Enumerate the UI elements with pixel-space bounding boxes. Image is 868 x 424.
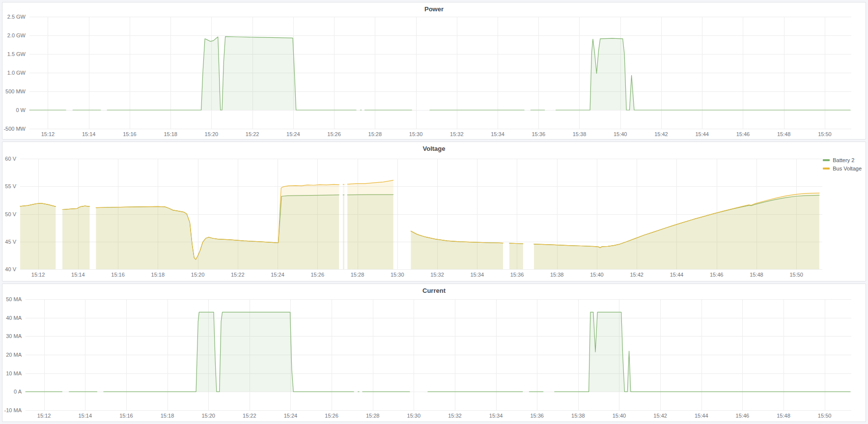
svg-text:15:36: 15:36 [532,131,545,137]
svg-text:15:18: 15:18 [161,413,174,419]
svg-text:15:36: 15:36 [530,413,544,419]
svg-text:45 V: 45 V [5,239,16,245]
svg-text:15:48: 15:48 [750,272,763,278]
svg-text:15:24: 15:24 [271,272,284,278]
svg-text:10 MA: 10 MA [6,370,22,376]
svg-text:40 V: 40 V [5,266,16,272]
svg-text:50 MA: 50 MA [6,296,22,302]
svg-text:2.0 GW: 2.0 GW [7,32,26,38]
svg-text:15:20: 15:20 [191,272,205,278]
voltage-legend: Battery 2 Bus Voltage [823,157,862,172]
svg-text:40 MA: 40 MA [6,315,22,321]
voltage-chart[interactable]: 60 V55 V50 V45 V40 V15:1215:1415:1615:18… [2,142,866,281]
svg-text:15:40: 15:40 [614,131,627,137]
svg-text:15:32: 15:32 [448,413,462,419]
svg-text:15:18: 15:18 [164,131,177,137]
svg-text:15:38: 15:38 [571,413,585,419]
svg-text:15:22: 15:22 [246,131,259,137]
svg-text:15:16: 15:16 [111,272,125,278]
svg-text:15:50: 15:50 [818,131,832,137]
svg-text:15:18: 15:18 [151,272,165,278]
svg-text:55 V: 55 V [5,183,16,189]
svg-text:15:32: 15:32 [450,131,464,137]
svg-text:15:22: 15:22 [231,272,245,278]
svg-text:15:24: 15:24 [284,413,298,419]
svg-text:15:12: 15:12 [37,413,51,419]
svg-text:15:26: 15:26 [325,413,338,419]
panel-current: Current 50 MA40 MA30 MA20 MA10 MA0 A-10 … [2,283,866,422]
svg-text:15:22: 15:22 [243,413,256,419]
svg-text:15:16: 15:16 [119,413,133,419]
svg-text:15:44: 15:44 [670,272,684,278]
svg-text:15:12: 15:12 [31,272,45,278]
panel-voltage-title[interactable]: Voltage [2,145,866,152]
svg-text:15:30: 15:30 [409,131,423,137]
svg-text:15:34: 15:34 [491,131,504,137]
panel-current-title[interactable]: Current [2,287,866,294]
svg-text:0 A: 0 A [14,389,22,395]
svg-text:15:44: 15:44 [695,131,709,137]
svg-text:30 MA: 30 MA [6,333,22,339]
panel-power-title[interactable]: Power [2,5,866,13]
panel-voltage: Voltage 60 V55 V50 V45 V40 V15:1215:1415… [2,141,866,282]
svg-text:15:32: 15:32 [430,272,444,278]
svg-text:15:42: 15:42 [653,413,667,419]
svg-text:15:28: 15:28 [368,131,382,137]
svg-text:15:48: 15:48 [777,131,791,137]
legend-item-bus-voltage[interactable]: Bus Voltage [823,165,862,172]
svg-text:-10 MA: -10 MA [4,407,22,413]
svg-text:15:40: 15:40 [590,272,604,278]
svg-text:15:26: 15:26 [311,272,325,278]
svg-text:15:40: 15:40 [613,413,626,419]
svg-text:15:50: 15:50 [818,413,832,419]
svg-text:1.5 GW: 1.5 GW [7,51,26,57]
svg-text:15:46: 15:46 [736,413,750,419]
svg-text:15:34: 15:34 [489,413,503,419]
legend-label-bus-voltage: Bus Voltage [833,165,862,172]
dashboard: Power 2.5 GW2.0 GW1.5 GW1.0 GW500 MW0 W-… [0,0,868,424]
svg-text:15:14: 15:14 [79,413,92,419]
svg-text:15:20: 15:20 [201,413,215,419]
svg-text:15:44: 15:44 [695,413,708,419]
svg-text:15:30: 15:30 [391,272,404,278]
svg-text:15:34: 15:34 [470,272,484,278]
svg-text:15:46: 15:46 [710,272,724,278]
panel-power: Power 2.5 GW2.0 GW1.5 GW1.0 GW500 MW0 W-… [2,2,866,140]
svg-text:15:30: 15:30 [407,413,421,419]
svg-text:15:14: 15:14 [71,272,85,278]
svg-text:15:28: 15:28 [351,272,364,278]
svg-text:15:14: 15:14 [82,131,96,137]
svg-text:15:50: 15:50 [789,272,803,278]
svg-text:15:36: 15:36 [510,272,524,278]
svg-text:15:42: 15:42 [654,131,668,137]
svg-text:50 V: 50 V [5,211,16,217]
power-chart[interactable]: 2.5 GW2.0 GW1.5 GW1.0 GW500 MW0 W-500 MW… [2,2,866,139]
svg-text:1.0 GW: 1.0 GW [7,70,26,76]
svg-text:15:38: 15:38 [573,131,587,137]
legend-swatch-bus-voltage [823,168,830,170]
current-chart[interactable]: 50 MA40 MA30 MA20 MA10 MA0 A-10 MA15:121… [2,284,866,422]
svg-text:15:20: 15:20 [205,131,219,137]
svg-text:15:46: 15:46 [736,131,750,137]
legend-swatch-battery-2 [823,159,830,161]
svg-text:15:24: 15:24 [286,131,300,137]
svg-text:15:48: 15:48 [777,413,790,419]
legend-label-battery-2: Battery 2 [833,157,854,164]
legend-item-battery-2[interactable]: Battery 2 [823,157,862,164]
svg-text:-500 MW: -500 MW [3,126,26,132]
svg-text:500 MW: 500 MW [5,88,26,94]
svg-text:15:16: 15:16 [123,131,137,137]
svg-text:15:26: 15:26 [327,131,341,137]
svg-text:15:28: 15:28 [366,413,380,419]
svg-text:15:42: 15:42 [630,272,644,278]
svg-text:2.5 GW: 2.5 GW [7,14,26,20]
svg-text:20 MA: 20 MA [6,352,22,358]
svg-text:15:38: 15:38 [550,272,564,278]
svg-text:60 V: 60 V [5,156,16,162]
svg-text:15:12: 15:12 [41,131,55,137]
svg-text:0 W: 0 W [16,107,26,113]
